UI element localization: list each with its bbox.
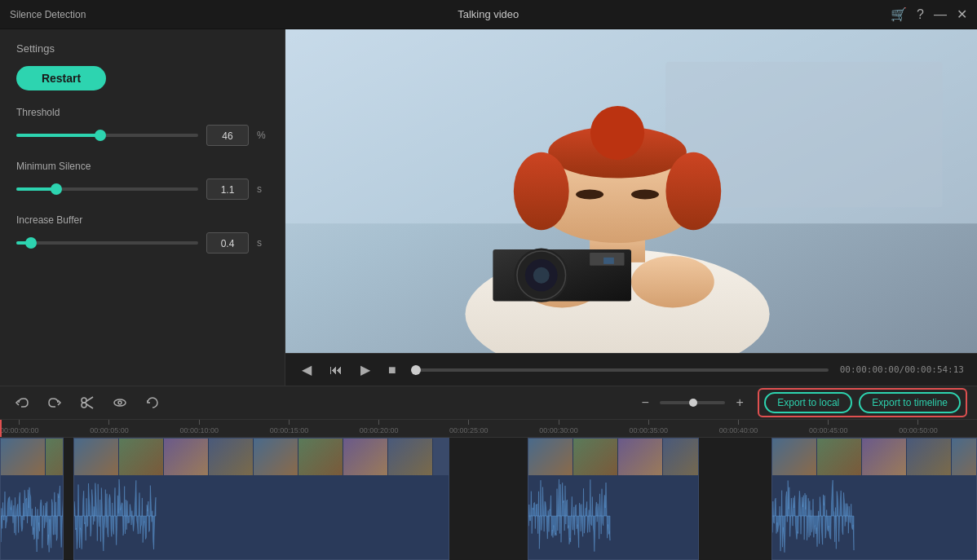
increase-buffer-thumb[interactable] — [25, 237, 37, 249]
threshold-thumb[interactable] — [95, 130, 106, 141]
help-icon[interactable]: ? — [917, 7, 924, 22]
settings-label: Settings — [16, 42, 268, 55]
cut-button[interactable] — [75, 392, 99, 413]
ruler-label: 00:00:20:00 — [360, 426, 399, 434]
clip-thumbnail — [772, 439, 817, 475]
threshold-slider[interactable] — [16, 134, 198, 137]
clip-thumbnails — [1, 439, 63, 475]
clip-thumbnail — [1, 439, 46, 475]
ruler-label: 00:00:25:00 — [449, 426, 488, 434]
cart-icon[interactable]: 🛒 — [891, 7, 907, 22]
restore-button[interactable] — [140, 392, 165, 413]
ruler-mark: 00:00:05:00 — [90, 420, 129, 437]
zoom-in-button[interactable]: + — [730, 393, 749, 412]
clip-thumbnail — [164, 439, 209, 475]
ruler-label: 00:00:45:00 — [809, 426, 848, 434]
export-timeline-button[interactable]: Export to timeline — [859, 392, 961, 413]
increase-buffer-unit: s — [257, 237, 268, 249]
progress-thumb[interactable] — [411, 365, 421, 375]
track-content — [0, 438, 977, 560]
ruler-tick — [468, 420, 469, 425]
ruler-label: 00:00:35:00 — [630, 426, 669, 434]
ruler-tick — [559, 420, 559, 425]
stop-button[interactable]: ■ — [385, 359, 400, 381]
close-icon[interactable]: ✕ — [957, 7, 967, 22]
ruler-tick — [199, 420, 200, 425]
minimize-icon[interactable]: — — [934, 7, 947, 22]
clip-thumbnail — [119, 439, 164, 475]
audio-waveform — [74, 475, 449, 559]
minimum-silence-unit: s — [257, 183, 268, 195]
svg-point-9 — [665, 152, 721, 230]
ruler-mark: 00:00:35:00 — [630, 420, 669, 437]
undo-button[interactable] — [10, 392, 34, 413]
zoom-out-button[interactable]: − — [635, 393, 655, 412]
clip-thumbnails — [74, 439, 449, 475]
clip-thumbnail — [573, 439, 618, 475]
main-content: Settings Restart Threshold 46 % Minimum … — [0, 29, 977, 386]
restart-button[interactable]: Restart — [16, 66, 106, 90]
video-clip[interactable] — [73, 438, 449, 560]
ruler-label: 00:00:50:00 — [899, 426, 938, 434]
titlebar: Silence Detection Talking video 🛒 ? — ✕ — [0, 0, 977, 29]
svg-point-17 — [533, 267, 550, 284]
ruler-mark: 00:00:10:00 — [179, 420, 219, 437]
clip-audio — [772, 475, 976, 559]
left-panel: Settings Restart Threshold 46 % Minimum … — [0, 29, 285, 386]
clip-audio — [528, 475, 698, 559]
minimum-silence-value[interactable]: 1.1 — [206, 179, 249, 200]
zoom-slider[interactable] — [660, 401, 725, 404]
clip-thumbnail — [388, 439, 433, 475]
ruler-mark: 00:00:00:00 — [0, 420, 39, 437]
ruler-label: 00:00:05:00 — [90, 426, 129, 434]
redo-button[interactable] — [42, 392, 67, 413]
progress-slider[interactable] — [411, 368, 829, 372]
play-backward-button[interactable]: ⏮ — [326, 359, 346, 381]
clip-audio — [1, 475, 63, 559]
increase-buffer-label: Increase Buffer — [16, 214, 268, 226]
minimum-silence-group: Minimum Silence 1.1 s — [16, 161, 268, 200]
threshold-unit: % — [257, 130, 268, 141]
threshold-value[interactable]: 46 — [206, 125, 249, 146]
increase-buffer-slider-row: 0.4 s — [16, 232, 268, 254]
video-area — [285, 29, 977, 353]
threshold-slider-row: 46 % — [16, 125, 268, 146]
audio-waveform — [772, 475, 976, 559]
ruler-mark: 00:00:40:00 — [719, 420, 758, 437]
ruler-label: 00:00:30:00 — [539, 426, 578, 434]
svg-rect-20 — [603, 258, 614, 264]
playhead[interactable] — [0, 420, 2, 437]
clip-thumbnail — [817, 439, 862, 475]
minimum-silence-slider[interactable] — [16, 187, 198, 191]
ruler-tick — [19, 420, 20, 425]
visibility-button[interactable] — [108, 392, 132, 413]
minimum-silence-thumb[interactable] — [51, 183, 62, 195]
app-title: Silence Detection — [10, 9, 86, 20]
minimum-silence-label: Minimum Silence — [16, 161, 268, 172]
ruler-mark: 00:00:25:00 — [449, 420, 488, 437]
ruler-tick — [289, 420, 290, 425]
video-clip[interactable] — [0, 438, 64, 560]
clip-thumbnails — [772, 439, 976, 475]
video-clip[interactable] — [771, 438, 977, 560]
ruler-label: 00:00:00:00 — [0, 426, 39, 434]
prev-frame-button[interactable]: ◀ — [298, 359, 315, 381]
clip-thumbnail — [46, 439, 63, 475]
svg-point-25 — [114, 399, 126, 406]
timeline-ruler: 00:00:00:0000:00:05:0000:00:10:0000:00:1… — [0, 420, 977, 438]
window-controls: 🛒 ? — ✕ — [891, 7, 967, 22]
increase-buffer-value[interactable]: 0.4 — [206, 232, 249, 254]
zoom-thumb[interactable] — [689, 399, 697, 407]
increase-buffer-slider[interactable] — [16, 241, 198, 245]
play-button[interactable]: ▶ — [357, 359, 374, 381]
ruler-tick — [738, 420, 739, 425]
threshold-fill — [16, 134, 100, 137]
svg-point-13 — [631, 256, 714, 308]
controls-bar: ◀ ⏮ ▶ ■ 00:00:00:00/00:00:54:13 — [285, 353, 977, 386]
ruler-label: 00:00:15:00 — [270, 426, 309, 434]
video-clip[interactable] — [528, 438, 699, 560]
export-group: Export to local Export to timeline — [758, 388, 967, 417]
undo-icon — [15, 395, 29, 410]
export-local-button[interactable]: Export to local — [764, 392, 852, 413]
svg-point-21 — [82, 398, 86, 403]
